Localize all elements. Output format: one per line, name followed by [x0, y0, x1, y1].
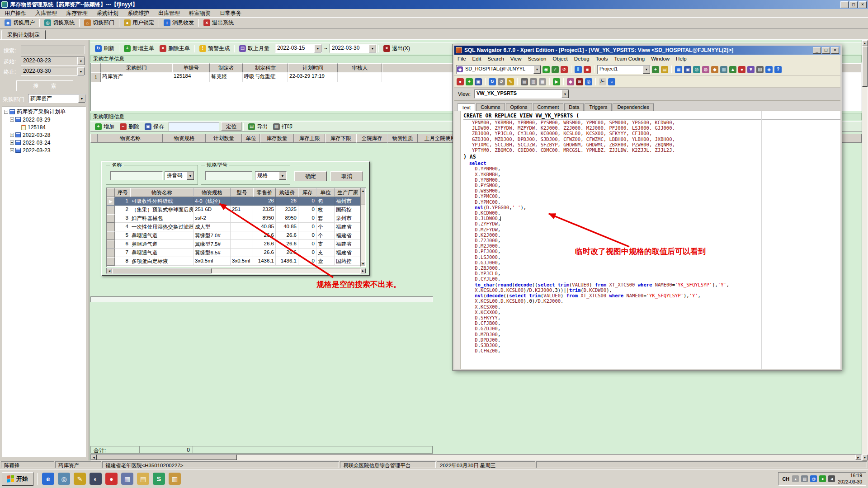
scroll-left-icon[interactable]: ◄	[91, 455, 97, 460]
edit-text-button[interactable]: ✎	[506, 77, 514, 86]
menu-item-5[interactable]: 出库管理	[154, 9, 184, 18]
yilianzhong-app-icon[interactable]: S	[153, 473, 165, 485]
tab-dependencies[interactable]: Dependencies	[613, 103, 653, 111]
expand-icon[interactable]: +	[10, 141, 14, 145]
column-header[interactable]: 计划数量	[206, 134, 242, 143]
locate-button[interactable]: 定位	[221, 122, 241, 131]
tab-comment[interactable]: Comment	[533, 103, 564, 111]
commit-button[interactable]: ✓	[551, 65, 559, 74]
dialog-hscrollbar[interactable]: ◄ ►	[106, 268, 366, 274]
column-header[interactable]: 物资名称	[130, 188, 193, 197]
main-titlebar[interactable]: 库存物资管理系统【药库资产--陈颖锋】---【fjlnyyl】 _□×	[0, 0, 868, 9]
sqlnav-menu-item-6[interactable]: Debug	[571, 55, 593, 62]
switch-user-button[interactable]: ☻切换用户	[2, 18, 38, 28]
tree-leaf-125184[interactable]: 125184	[2, 123, 85, 131]
sqlnav-menu-item-2[interactable]: Search	[484, 55, 507, 62]
column-header[interactable]: 物资性质	[387, 134, 418, 143]
add-item-button[interactable]: +	[465, 77, 473, 86]
sqlnav-menu-item-10[interactable]: Help	[673, 55, 690, 62]
project-open-button[interactable]: ▤	[660, 65, 669, 74]
minimize-button[interactable]: _	[813, 47, 821, 54]
stop-button[interactable]: ■	[583, 65, 591, 74]
dropdown-arrow-icon[interactable]	[77, 67, 85, 75]
tree-root[interactable]: -药库资产采购计划单	[2, 108, 85, 116]
connection-combo[interactable]: ◆ SD_HOSPITAL@FJLNYYL	[456, 65, 541, 74]
sqlnav-menu-item-9[interactable]: Window	[648, 55, 673, 62]
table-row[interactable]: 4一次性使用湿热交换过滤器成人型40.8540.850个福建省	[107, 223, 366, 231]
plan-date-from-combo[interactable]: 2022-03-15	[275, 44, 322, 53]
refresh-button[interactable]: ↻刷新	[92, 44, 117, 53]
tab-triggers[interactable]: Triggers	[585, 103, 612, 111]
user-lock-button[interactable]: ●用户锁定	[121, 18, 157, 28]
publish-button[interactable]: ◈	[765, 65, 773, 74]
close-button[interactable]: ×	[859, 1, 867, 8]
sqlnav-menu-item-3[interactable]: View	[507, 55, 525, 62]
hscroll-thumb[interactable]	[97, 455, 237, 460]
folder-icon[interactable]: ▥	[169, 473, 181, 485]
navigator-circle-button[interactable]: ○	[608, 77, 616, 86]
table-row[interactable]: 3妇产科器械包ssf-2895089500套泉州市	[107, 214, 366, 223]
printer-icon[interactable]: ▤	[801, 475, 808, 482]
reload-button[interactable]: ↻	[488, 77, 496, 86]
scroll-up-icon[interactable]: ▲	[361, 188, 365, 193]
hidden-icons-icon[interactable]: ▴	[792, 475, 799, 482]
line-tools-button[interactable]: /··	[599, 77, 607, 86]
sqlnav-menu-item-7[interactable]: Tools	[593, 55, 611, 62]
scroll-right-icon[interactable]: ►	[855, 455, 861, 460]
column-header[interactable]: 单据号	[172, 63, 210, 72]
search-button[interactable]: 搜 索	[16, 80, 73, 91]
expand-icon[interactable]: +	[10, 133, 14, 137]
detail-scroll-track[interactable]	[90, 296, 433, 302]
column-header[interactable]: 库存数量	[260, 134, 294, 143]
folders-icon[interactable]: ▤	[137, 473, 149, 485]
dropdown-arrow-icon[interactable]	[533, 66, 541, 74]
vscroll-thumb[interactable]	[361, 193, 365, 205]
table-row[interactable]: 2（集采）预装式非球面后房晶251 6D251232523250枚国药控	[107, 206, 366, 214]
connect-button[interactable]: ◉	[542, 65, 550, 74]
code-road-map-button[interactable]: ◆	[711, 65, 719, 74]
export-button[interactable]: ▤导出	[245, 122, 270, 131]
save-file-button[interactable]: ▣	[474, 77, 482, 86]
column-header[interactable]: 库存上限	[294, 134, 325, 143]
switch-system-button[interactable]: ◎切换系统	[42, 18, 77, 28]
column-header[interactable]: 制定科室	[243, 63, 288, 72]
dept-combo[interactable]: 药库资产	[28, 94, 86, 103]
column-header[interactable]: 序号	[115, 188, 130, 197]
notes-tool-icon[interactable]: ✎	[74, 473, 86, 485]
magnifier-icon[interactable]: ◎	[58, 473, 70, 485]
column-header[interactable]: 型号	[231, 188, 253, 197]
scroll-right-icon[interactable]: ►	[360, 268, 366, 273]
column-header[interactable]: 库存下限	[325, 134, 356, 143]
dropdown-arrow-icon[interactable]	[314, 44, 321, 52]
pause-button[interactable]: ‖	[574, 65, 582, 74]
tuning-button[interactable]: ●	[738, 65, 746, 74]
spec-mode-combo[interactable]: 规格	[255, 171, 287, 180]
hscroll-thumb[interactable]	[112, 268, 212, 273]
dropdown-arrow-icon[interactable]	[643, 66, 650, 74]
column-header[interactable]: 库存	[298, 188, 316, 197]
switch-dept-button[interactable]: ⌂切换部门	[81, 18, 117, 28]
add-row-button[interactable]: +增加	[92, 122, 117, 131]
take-last-month-button[interactable]: ▤取上月量	[236, 44, 272, 53]
scroll-down-icon[interactable]: ▼	[862, 455, 868, 460]
antivirus-icon[interactable]: ●	[819, 475, 826, 482]
cancel-button[interactable]: 取消	[330, 171, 363, 181]
tree-node-2022-03-23[interactable]: +2022-03-23	[2, 146, 85, 154]
collapse-icon[interactable]: -	[4, 110, 8, 114]
dropdown-arrow-icon[interactable]	[77, 57, 85, 65]
table-row[interactable]: ▶1可吸收性外科缝线4-0（线径）26260包福州市	[107, 197, 366, 206]
dropdown-arrow-icon[interactable]	[187, 172, 194, 180]
sqlnav-menu-item-1[interactable]: Edit	[469, 55, 485, 62]
profiler-button[interactable]: ◆	[566, 77, 575, 86]
code-editor-button[interactable]: ▣	[684, 65, 692, 74]
scroll-left-icon[interactable]: ◄	[107, 268, 112, 273]
rollback-button[interactable]: ↺	[560, 65, 568, 74]
calculator-icon[interactable]: ▦	[121, 473, 133, 485]
print-button[interactable]: ▤	[520, 77, 528, 86]
extract-ddl-button[interactable]: ▥	[720, 65, 728, 74]
table-row[interactable]: 6鼻咽通气道翼缘型7.5#26.626.60支福建省	[107, 240, 366, 249]
execute-button[interactable]: ▶	[552, 77, 561, 86]
view-combo[interactable]: VW_YK_YPSRTS	[474, 89, 569, 99]
dropdown-arrow-icon[interactable]	[561, 90, 569, 98]
sqlnav-titlebar[interactable]: SQL Navigator 6.7.0 - Xpert Edition - [P…	[454, 46, 840, 55]
